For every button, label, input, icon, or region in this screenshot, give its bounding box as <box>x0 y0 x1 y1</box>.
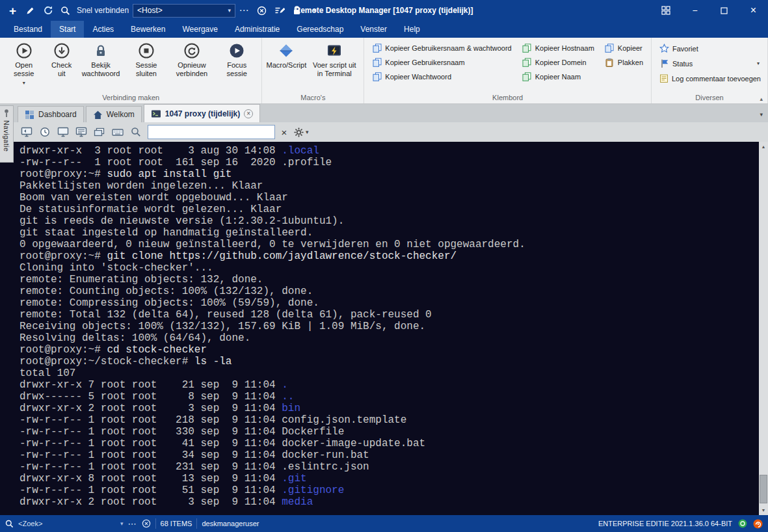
refresh-icon <box>43 5 53 16</box>
windows-list-button[interactable] <box>91 125 107 140</box>
chevron-down-icon[interactable]: ▾ <box>120 520 124 527</box>
terminal-scrollbar[interactable]: ▲ ▼ <box>759 142 768 515</box>
status-button[interactable]: Status ▾ <box>655 57 763 70</box>
menu-item-start[interactable]: Start <box>51 21 84 38</box>
macro-script-button[interactable]: Macro/Script <box>265 40 308 70</box>
terminal-text: drwxr-xr-x 2 root root 3 sep 9 11:04 <box>20 403 282 414</box>
add-log-comment-button[interactable]: Log commentaar toevoegen <box>655 72 763 85</box>
terminal-text: remote: Counting objects: 100% (132/132)… <box>20 286 313 297</box>
terminal-text: total 107 <box>20 367 75 379</box>
ribbon-group-klembord: Kopieer Gebruikersnaam & wachtwoord Kopi… <box>364 38 652 103</box>
copy-password-button[interactable]: Kopieer Wachtwoord <box>368 70 515 83</box>
tab-welkom[interactable]: Welkom <box>86 106 142 122</box>
copy-icon <box>372 58 382 67</box>
more-options-icon[interactable]: ⋯ <box>128 519 137 529</box>
chevron-down-icon: ▾ <box>23 80 25 86</box>
clipboard-column-1: Kopieer Gebruikersnaam & wachtwoord Kopi… <box>368 42 515 83</box>
window-title: Remote Desktop Manager [1047 proxy (tijd… <box>295 0 473 21</box>
scrollbar-thumb[interactable] <box>760 475 767 503</box>
quick-connect-host-combo[interactable]: <Host> ▾ <box>133 4 235 18</box>
menu-item-weergave[interactable]: Weergave <box>174 21 226 38</box>
scroll-up-icon[interactable]: ▲ <box>759 142 768 152</box>
copy-domain-button[interactable]: Kopieer Domein <box>518 56 598 69</box>
copy-name-button[interactable]: Kopieer Naam <box>518 70 598 83</box>
copy-hostname-button[interactable]: Kopieer Hostnaam <box>518 42 598 55</box>
tab-1047-proxy[interactable]: 1047 proxy (tijdelijk) × <box>144 104 260 122</box>
edit-button[interactable] <box>21 2 39 19</box>
check-out-button[interactable]: Check uit <box>45 40 78 78</box>
minimize-button[interactable]: − <box>680 0 709 21</box>
terminal-line: De statusinformatie wordt gelezen... Kla… <box>20 204 759 215</box>
ribbon-group-verbinding-maken: Open sessie ▾ Check uit Bekijk wachtwoor… <box>0 38 262 103</box>
copy-button[interactable]: Kopieer <box>601 42 647 55</box>
terminal-text: -rw-r--r-- 1 root root 161 sep 16 2020 .… <box>20 157 332 168</box>
clear-search-icon[interactable]: × <box>277 127 291 138</box>
reconnect-button[interactable]: Opnieuw verbinden <box>169 40 215 78</box>
terminal-line: -rw-r--r-- 1 root root 218 sep 9 11:04 c… <box>20 414 759 426</box>
search-icon <box>5 520 14 528</box>
terminal-output[interactable]: drwxr-xr-x 3 root root 3 aug 30 14:08 .l… <box>0 142 759 515</box>
terminal-line: git staat ingesteld op handmatig geïnsta… <box>20 227 759 239</box>
terminal-line: root@proxy:~# git clone https://github.c… <box>20 250 759 262</box>
menu-item-gereedschap[interactable]: Gereedschap <box>288 21 352 38</box>
external-display-button[interactable] <box>651 0 680 21</box>
more-options-button[interactable]: ⋯ <box>235 2 253 19</box>
menu-bar: BestandStartActiesBewerkenWeergaveAdmini… <box>0 21 768 38</box>
terminal-text: -rw-r--r-- 1 root root 218 sep 9 11:04 c… <box>20 414 406 426</box>
tab-list-chevron-icon[interactable]: ▾ <box>760 111 763 118</box>
status-bar: <Zoek> ▾ ⋯ 68 ITEMS deskmanageruser ENTE… <box>0 515 768 532</box>
open-external-window-button[interactable] <box>18 125 34 140</box>
collapse-ribbon-icon[interactable]: ▴ <box>760 96 763 102</box>
statusbar-search-combo[interactable]: <Zoek> <box>18 520 116 527</box>
menu-item-venster[interactable]: Venster <box>352 21 395 38</box>
current-user: deskmanageruser <box>202 520 259 527</box>
cancel-connect-button[interactable] <box>253 2 271 19</box>
scroll-down-icon[interactable]: ▼ <box>759 505 768 515</box>
close-button[interactable]: × <box>739 0 768 21</box>
clear-filter-icon[interactable] <box>142 519 151 528</box>
session-properties-button[interactable] <box>73 125 89 140</box>
connect-with-settings-button[interactable] <box>271 2 288 19</box>
button-label: Bekijk wachtwoord <box>80 61 122 78</box>
search-button[interactable] <box>57 2 74 19</box>
view-password-button[interactable]: Bekijk wachtwoord <box>78 40 124 78</box>
refresh-button[interactable] <box>39 2 57 19</box>
terminal-text: sudo apt install git <box>107 168 232 180</box>
close-session-button[interactable]: Sessie sluiten <box>124 40 169 78</box>
terminal-line: root@proxy:~/stock-checker# ls -la <box>20 356 759 367</box>
session-history-button[interactable] <box>36 125 53 140</box>
menu-item-acties[interactable]: Acties <box>84 21 122 38</box>
toolbar-settings-button[interactable]: ▾ <box>293 127 309 138</box>
connection-status-icon[interactable] <box>738 519 747 528</box>
new-entry-button[interactable]: + <box>4 2 21 19</box>
terminal-text: remote: Total 132 (delta 64), reused 128… <box>20 309 432 321</box>
search-terminal-button[interactable] <box>127 125 144 140</box>
view-screen-button[interactable] <box>55 125 71 140</box>
navigation-collapsed-tab[interactable]: Navigatie <box>0 105 14 163</box>
menu-item-bestand[interactable]: Bestand <box>5 21 51 38</box>
arrow-down-circle-icon <box>53 42 70 59</box>
focus-session-button[interactable]: Focus sessie <box>215 40 259 78</box>
run-script-terminal-button[interactable]: Voer script uit in Terminal <box>308 40 361 78</box>
terminal-line: remote: Enumerating objects: 132, done. <box>20 274 759 286</box>
tab-dashboard[interactable]: Dashboard <box>18 106 84 122</box>
close-tab-icon[interactable]: × <box>244 109 253 118</box>
open-session-button[interactable]: Open sessie ▾ <box>3 40 45 86</box>
copy-username-password-button[interactable]: Kopieer Gebruikersnaam & wachtwoord <box>368 42 515 55</box>
terminal-line: drwxr-xr-x 7 root root 21 sep 9 11:04 . <box>20 379 759 391</box>
menu-item-administratie[interactable]: Administratie <box>226 21 288 38</box>
pencil-icon <box>25 6 35 16</box>
lock-icon <box>92 42 109 59</box>
rdm-logo-icon[interactable] <box>753 519 763 529</box>
ribbon-group-label: Verbinding maken <box>0 92 261 103</box>
keyboard-button[interactable] <box>109 125 126 140</box>
terminal-search-input[interactable] <box>148 125 275 139</box>
menu-item-bewerken[interactable]: Bewerken <box>122 21 174 38</box>
menu-item-help[interactable]: Help <box>395 21 429 38</box>
button-label: Kopieer <box>618 44 642 52</box>
paste-button[interactable]: Plakken <box>601 56 647 69</box>
maximize-button[interactable] <box>709 0 739 21</box>
favorite-button[interactable]: Favoriet <box>655 42 763 55</box>
terminal-area: drwxr-xr-x 3 root root 3 aug 30 14:08 .l… <box>0 142 768 515</box>
copy-username-button[interactable]: Kopieer Gebruikersnaam <box>368 56 515 69</box>
